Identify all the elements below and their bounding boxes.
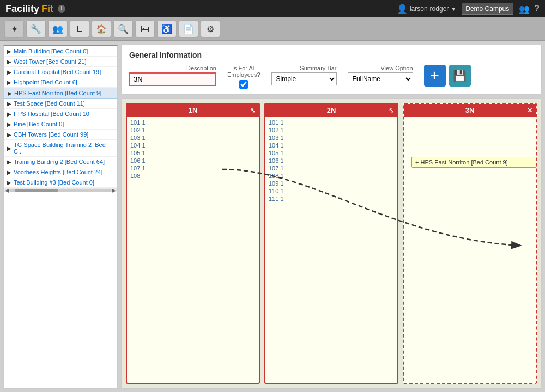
toolbar: ✦ 🔧 👥 🖥 🏠 🔍 🛏 ♿ 📄 ⚙ <box>0 17 545 41</box>
sidebar-item-2[interactable]: ▶Cardinal Hospital [Bed Count 19] <box>4 67 117 77</box>
wing-2n-row-1[interactable]: 102 1 <box>268 126 395 134</box>
bed-tool-button[interactable]: 🛏 <box>135 20 155 38</box>
wing-1n-row-2[interactable]: 103 1 <box>129 134 257 142</box>
wing-expand-icon-2n[interactable]: ⤡ <box>389 107 394 114</box>
wing-2n-row-4[interactable]: 105 1 <box>268 149 395 157</box>
wing-2n-row-9[interactable]: 110 1 <box>268 187 395 195</box>
wing-panel-3n: 3N ✕ + HPS East Norriton [Bed Count 9] <box>403 103 537 384</box>
view-option-group: View Option FullName ShortName <box>348 65 413 85</box>
main-content: General Information Description Is For A… <box>118 41 545 392</box>
logo-facility: Facility <box>5 3 39 15</box>
wing-3n-tooltip: + HPS East Norriton [Bed Count 9] <box>411 157 536 168</box>
wing-1n-row-7[interactable]: 108 <box>129 172 257 180</box>
wing-2n-row-0[interactable]: 101 1 <box>268 119 395 126</box>
expand-arrow-6: ▶ <box>7 111 11 117</box>
general-info-panel: General Information Description Is For A… <box>121 45 542 95</box>
sidebar-item-9[interactable]: ▶TG Space Building Training 2 [Bed C... <box>4 140 117 157</box>
expand-arrow-5: ▶ <box>7 101 11 107</box>
sidebar-item-4[interactable]: ▶HPS East Norriton [Bed Count 9] <box>4 88 117 99</box>
sidebar-items: ▶Main Building [Bed Count 0]▶West Tower … <box>4 46 117 188</box>
settings-tool-button[interactable]: ⚙ <box>201 20 220 38</box>
scroll-right-arrow[interactable]: ▶ <box>112 187 116 193</box>
sidebar-item-7[interactable]: ▶Pine [Bed Count 0] <box>4 119 117 130</box>
wing-1n-row-3[interactable]: 104 1 <box>129 142 257 149</box>
sidebar-item-12[interactable]: ▶Test Building #3 [Bed Count 0] <box>4 177 117 188</box>
user-dropdown-icon[interactable]: ▼ <box>451 6 456 12</box>
sidebar-item-11[interactable]: ▶Voorhees Heights [Bed Count 24] <box>4 167 117 177</box>
home-tool-button[interactable]: 🏠 <box>92 20 111 38</box>
user-icon: 👤 <box>397 4 408 14</box>
sidebar-label-0: Main Building [Bed Count 0] <box>14 48 88 54</box>
app-logo: FacilityFit i <box>5 3 65 15</box>
people-icon[interactable]: 👥 <box>519 4 530 14</box>
wing-label-2n: 2N <box>327 106 336 114</box>
expand-arrow-10: ▶ <box>7 159 11 165</box>
is-for-all-checkbox[interactable] <box>239 80 248 89</box>
logo-info-icon[interactable]: i <box>58 5 65 13</box>
wing-2n-row-6[interactable]: 107 1 <box>268 164 395 172</box>
expand-arrow-4: ▶ <box>8 90 12 96</box>
sidebar-label-9: TG Space Building Training 2 [Bed C... <box>14 142 114 155</box>
wing-1n-row-6[interactable]: 107 1 <box>129 164 257 172</box>
sidebar-label-11: Voorhees Heights [Bed Count 24] <box>14 169 102 175</box>
monitor-tool-button[interactable]: 🖥 <box>70 20 89 38</box>
wing-header-3n: 3N ✕ <box>404 104 536 117</box>
sidebar-label-2: Cardinal Hospital [Bed Count 19] <box>14 69 101 75</box>
main-layout: ▶Main Building [Bed Count 0]▶West Tower … <box>0 41 545 392</box>
expand-arrow-3: ▶ <box>7 79 11 85</box>
wing-1n-row-0[interactable]: 101 1 <box>129 119 257 126</box>
wrench-tool-button[interactable]: 🔧 <box>26 20 46 38</box>
summary-bar-select[interactable]: Simple Detailed None <box>271 72 337 85</box>
help-icon[interactable]: ? <box>534 4 540 14</box>
wing-panel-2n: 2N ⤡ 101 1102 1103 1104 1105 1106 1107 1… <box>264 103 398 384</box>
sidebar-scrollbar[interactable]: ◀ ▶ <box>4 188 117 192</box>
sidebar-item-5[interactable]: ▶Test Space [Bed Count 11] <box>4 99 117 109</box>
campus-select[interactable]: Demo Campus Main Campus <box>462 3 513 15</box>
star-tool-button[interactable]: ✦ <box>4 20 24 38</box>
wing-2n-row-5[interactable]: 106 1 <box>268 157 395 164</box>
document-tool-button[interactable]: 📄 <box>179 20 198 38</box>
general-info-title: General Information <box>129 51 534 59</box>
users-tool-button[interactable]: 👥 <box>48 20 68 38</box>
wing-1n-row-5[interactable]: 106 1 <box>129 157 257 164</box>
sidebar-item-10[interactable]: ▶Training Building 2 [Bed Count 64] <box>4 157 117 167</box>
wing-2n-row-8[interactable]: 109 1 <box>268 180 395 187</box>
sidebar-item-0[interactable]: ▶Main Building [Bed Count 0] <box>4 46 117 57</box>
sidebar-item-6[interactable]: ▶HPS Hospital [Bed Count 10] <box>4 109 117 119</box>
description-input[interactable] <box>129 72 216 86</box>
sidebar-label-3: Highpoint [Bed Count 6] <box>14 79 77 85</box>
sidebar-item-1[interactable]: ▶West Tower [Bed Count 21] <box>4 57 117 67</box>
wing-1n-row-1[interactable]: 102 1 <box>129 126 257 134</box>
expand-arrow-1: ▶ <box>7 59 11 65</box>
save-button[interactable]: 💾 <box>449 65 471 87</box>
wing-panel-1n: 1N ⤡ 101 1102 1103 1104 1105 1106 1107 1… <box>126 103 260 384</box>
action-buttons: + 💾 <box>424 65 471 87</box>
sidebar-label-7: Pine [Bed Count 0] <box>14 121 64 127</box>
scroll-thumb[interactable] <box>15 189 58 192</box>
add-button[interactable]: + <box>424 65 446 87</box>
wing-2n-row-7[interactable]: 108 1 <box>268 172 395 180</box>
sidebar-label-6: HPS Hospital [Bed Count 10] <box>14 111 91 117</box>
search-tool-button[interactable]: 🔍 <box>113 20 133 38</box>
wing-label-3n: 3N <box>465 106 475 114</box>
wing-2n-row-10[interactable]: 111 1 <box>268 195 395 203</box>
wing-1n-row-4[interactable]: 105 1 <box>129 149 257 157</box>
sidebar-label-12: Test Building #3 [Bed Count 0] <box>14 179 94 186</box>
view-option-select[interactable]: FullName ShortName <box>348 72 413 85</box>
sidebar-item-8[interactable]: ▶CBH Towers [Bed Count 99] <box>4 130 117 140</box>
scroll-track[interactable] <box>9 189 112 192</box>
sidebar-label-8: CBH Towers [Bed Count 99] <box>14 131 88 138</box>
wing-2n-row-3[interactable]: 104 1 <box>268 142 395 149</box>
wing-2n-row-2[interactable]: 103 1 <box>268 134 395 142</box>
wing-expand-icon-3n[interactable]: ✕ <box>527 107 532 114</box>
expand-arrow-7: ▶ <box>7 121 11 127</box>
wing-expand-icon-1n[interactable]: ⤡ <box>250 107 256 114</box>
summary-bar-group: Summary Bar Simple Detailed None <box>271 65 337 85</box>
expand-arrow-0: ▶ <box>7 48 11 54</box>
sidebar-item-3[interactable]: ▶Highpoint [Bed Count 6] <box>4 77 117 88</box>
scroll-left-arrow[interactable]: ◀ <box>5 187 9 193</box>
wing-body-2n: 101 1102 1103 1104 1105 1106 1107 1108 1… <box>265 117 397 383</box>
wheelchair-tool-button[interactable]: ♿ <box>157 20 177 38</box>
description-label: Description <box>129 65 216 71</box>
expand-arrow-9: ▶ <box>7 145 11 151</box>
